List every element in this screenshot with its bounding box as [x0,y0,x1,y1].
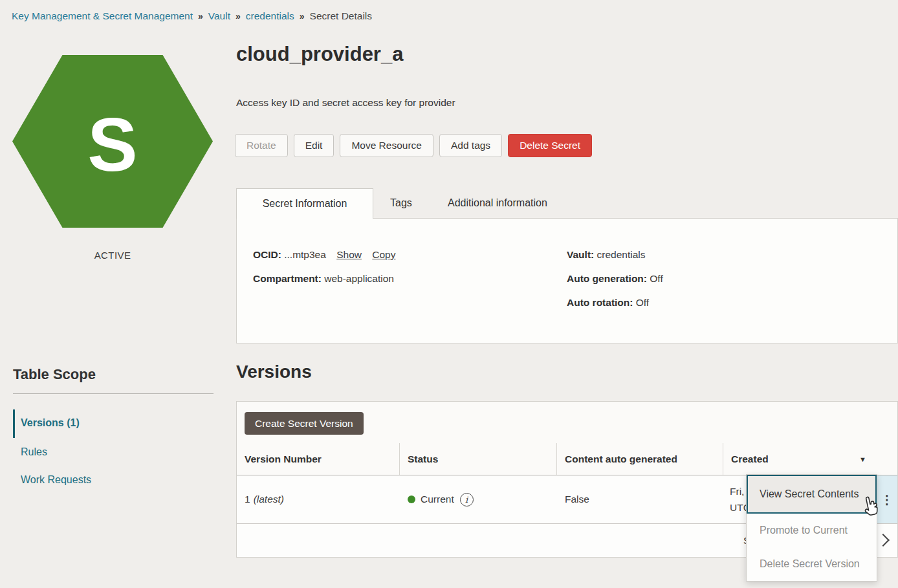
menu-item-promote-to-current[interactable]: Promote to Current [747,514,877,547]
compartment-row: Compartment: web-application [253,271,395,286]
version-number-value: 1 [245,494,250,505]
compartment-value: web-application [324,273,394,284]
table-header-row: Version Number Status Content auto gener… [237,443,897,475]
sidebar-item-rules[interactable]: Rules [21,446,47,458]
tab-tags[interactable]: Tags [390,188,412,218]
secret-information-panel: OCID: ...mtp3ea Show Copy Compartment: w… [236,218,898,343]
create-secret-version-button[interactable]: Create Secret Version [245,412,364,435]
copy-ocid-link[interactable]: Copy [372,249,395,260]
tab-secret-information[interactable]: Secret Information [236,188,373,219]
sidebar-divider [13,393,214,394]
ocid-value: ...mtp3ea [284,249,326,260]
column-header-created-label: Created [731,453,769,465]
menu-item-view-secret-contents[interactable]: View Secret Contents [747,475,877,514]
column-header-created[interactable]: Created ▼ [723,443,877,475]
auto-rotation-row: Auto rotation: Off [567,295,663,310]
breadcrumb-link-credentials[interactable]: credentials [246,10,294,22]
row-context-menu: View Secret Contents Promote to Current … [746,474,877,582]
breadcrumb-link-key-management[interactable]: Key Management & Secret Management [12,10,193,22]
breadcrumb-separator-icon: » [235,11,241,21]
edit-button[interactable]: Edit [294,134,334,157]
auto-generation-row: Auto generation: Off [567,271,663,286]
ocid-row: OCID: ...mtp3ea Show Copy [253,247,395,262]
ocid-label: OCID: [253,249,281,260]
auto-generation-value: Off [650,273,663,284]
info-column-right: Vault: credentials Auto generation: Off … [567,247,663,319]
tab-additional-information[interactable]: Additional information [448,188,547,218]
vault-value: credentials [597,249,646,260]
vault-row: Vault: credentials [567,247,663,262]
info-icon[interactable]: i [460,493,474,506]
column-header-actions [877,443,897,475]
move-resource-button[interactable]: Move Resource [340,134,433,157]
version-number-cell: 1 (latest) [237,475,400,523]
status-cell: Current i [400,475,557,523]
breadcrumb: Key Management & Secret Management » Vau… [12,10,372,22]
resource-description: Access key ID and secret access key for … [236,97,455,109]
compartment-label: Compartment: [253,273,322,284]
breadcrumb-separator-icon: » [300,11,305,21]
cursor-pointer-icon [857,494,883,519]
page-title: cloud_provider_a [236,43,403,66]
resource-state-label: ACTIVE [12,250,213,261]
rotate-button[interactable]: Rotate [235,134,288,157]
created-line-1: Fri, [730,483,744,499]
secret-details-page: Key Management & Secret Management » Vau… [0,0,898,588]
sidebar-item-work-requests[interactable]: Work Requests [21,474,91,486]
content-auto-generated-cell: False [557,475,723,523]
auto-generation-label: Auto generation: [567,273,647,284]
sort-descending-icon[interactable]: ▼ [859,455,866,463]
active-item-indicator [13,409,15,438]
kebab-menu-icon[interactable]: ⋮ [881,492,893,507]
version-latest-note: (latest) [254,494,284,505]
column-header-version-number[interactable]: Version Number [237,443,400,475]
show-ocid-link[interactable]: Show [336,249,362,260]
column-header-content-auto-generated[interactable]: Content auto generated [557,443,723,475]
breadcrumb-separator-icon: » [198,11,203,21]
status-dot-icon [408,495,415,503]
status-value: Current [421,494,454,505]
add-tags-button[interactable]: Add tags [439,134,502,157]
next-page-chevron-icon[interactable] [877,534,890,547]
vault-label: Vault: [567,249,594,260]
auto-rotation-label: Auto rotation: [567,297,633,308]
table-scope-heading: Table Scope [13,366,96,383]
auto-rotation-value: Off [636,297,649,308]
sidebar-item-versions[interactable]: Versions (1) [21,417,80,429]
action-buttons-row: Rotate Edit Move Resource Add tags Delet… [235,134,592,157]
resource-initial: S [87,101,137,182]
versions-heading: Versions [236,362,312,382]
delete-secret-button[interactable]: Delete Secret [508,134,592,157]
column-header-status[interactable]: Status [400,443,557,475]
resource-hexagon-icon: S [12,55,213,228]
info-column-left: OCID: ...mtp3ea Show Copy Compartment: w… [253,247,395,295]
menu-item-delete-secret-version[interactable]: Delete Secret Version [747,547,877,581]
breadcrumb-link-vault[interactable]: Vault [208,10,230,22]
breadcrumb-current: Secret Details [310,10,372,22]
